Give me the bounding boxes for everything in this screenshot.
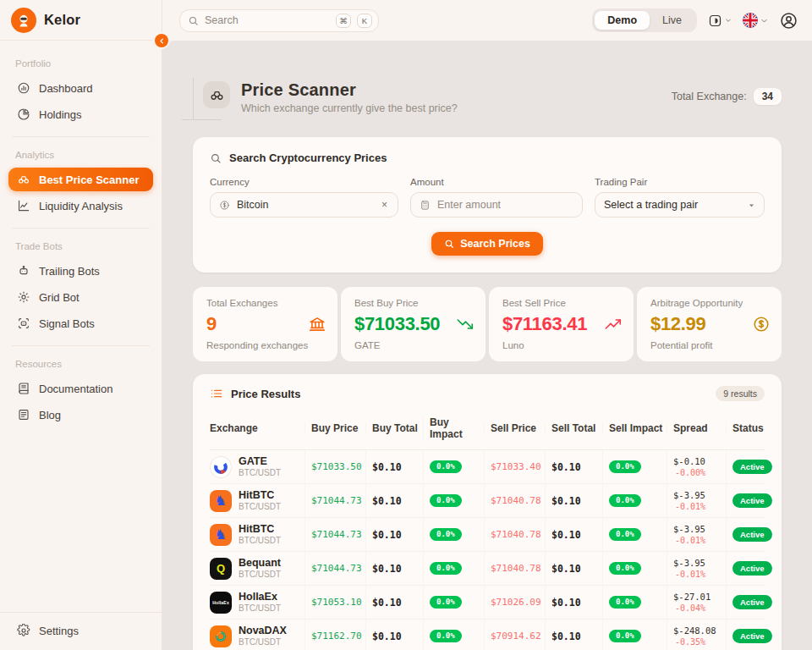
table-row[interactable]: ♞HitBTCBTC/USDT$71044.73$0.100.0%$71040.… xyxy=(210,518,765,552)
column-header-spread: Spread xyxy=(667,422,726,434)
sidebar-item-trailing-bots[interactable]: Trailing Bots xyxy=(8,259,153,283)
page-subtitle: Which exchange currently give the best p… xyxy=(241,102,458,114)
spread-cell: $-248.08-0.35% xyxy=(667,620,726,650)
global-search[interactable]: ⌘ K xyxy=(179,9,379,32)
sell-impact-cell: 0.0% xyxy=(602,552,667,585)
sidebar-section-label: Analytics xyxy=(15,150,146,160)
sidebar-item-label: Best Price Scanner xyxy=(39,174,140,186)
sidebar-item-signal-bots[interactable]: Signal Bots xyxy=(8,311,153,335)
theme-switcher-button[interactable] xyxy=(708,14,732,28)
stat-sublabel: Responding exchanges xyxy=(206,340,324,350)
exchange-logo: Q xyxy=(210,558,232,580)
sell-price-cell: $71033.40 xyxy=(484,450,545,483)
exchange-pair: BTC/USDT xyxy=(239,570,281,580)
buy-total-cell: $0.10 xyxy=(365,552,423,585)
buy-impact-badge: 0.0% xyxy=(430,460,462,473)
clear-icon[interactable]: × xyxy=(380,199,389,211)
sidebar-divider xyxy=(12,136,150,137)
blog-icon xyxy=(17,408,30,421)
sidebar-item-settings[interactable]: Settings xyxy=(0,612,162,650)
sidebar-collapse-button[interactable] xyxy=(155,34,168,47)
buy-impact-cell: 0.0% xyxy=(423,620,484,650)
exchange-pair: BTC/USDT xyxy=(239,468,281,478)
status-badge: Active xyxy=(732,629,772,643)
sell-impact-badge: 0.0% xyxy=(609,494,641,507)
buy-impact-cell: 0.0% xyxy=(423,484,484,517)
search-panel: Search Cryptocurrency Prices Currency × … xyxy=(193,137,782,273)
dollar-circle-icon xyxy=(752,315,771,333)
table-row[interactable]: GATEBTC/USDT$71033.50$0.100.0%$71033.40$… xyxy=(210,450,765,484)
exchange-cell: NovaDAXBTC/USDT xyxy=(210,620,304,650)
topbar-actions: Demo Live xyxy=(592,8,798,32)
currency-field[interactable]: × xyxy=(210,192,398,218)
status-cell: Active xyxy=(726,450,765,483)
sell-impact-badge: 0.0% xyxy=(609,562,641,575)
amount-icon xyxy=(420,200,431,211)
binoculars-icon xyxy=(203,81,230,108)
brand-logo-icon xyxy=(11,8,36,33)
cmd-key-badge: ⌘ xyxy=(336,14,351,28)
stat-card-best-buy-price: Best Buy Price$71033.50GATE xyxy=(341,287,486,361)
sell-total-cell: $0.10 xyxy=(545,450,602,483)
spread-pct: -0.01% xyxy=(675,536,705,545)
spread-pct: -0.01% xyxy=(675,570,705,579)
total-exchange-label: Total Exchange: xyxy=(672,91,747,102)
sidebar-section-label: Resources xyxy=(15,359,146,369)
exchange-cell: ♞HitBTCBTC/USDT xyxy=(210,518,304,551)
stat-label: Arbitrage Opportunity xyxy=(650,298,768,308)
trading-pair-value: Select a trading pair xyxy=(604,199,741,211)
trading-pair-select[interactable]: Select a trading pair xyxy=(595,192,765,218)
search-prices-button[interactable]: Search Prices xyxy=(431,232,543,256)
sidebar-nav: PortfolioDashboardHoldingsAnalyticsBest … xyxy=(0,41,162,427)
buy-total-cell: $0.10 xyxy=(365,586,423,619)
exchange-name: GATE xyxy=(239,455,281,468)
currency-label: Currency xyxy=(210,177,398,187)
trading-pair-label: Trading Pair xyxy=(595,177,765,187)
exchange-cell: QBequantBTC/USDT xyxy=(210,552,304,585)
sidebar-item-dashboard[interactable]: Dashboard xyxy=(8,76,153,100)
amount-input[interactable] xyxy=(437,199,573,211)
live-mode-button[interactable]: Live xyxy=(650,11,694,30)
dashboard-icon xyxy=(17,81,30,95)
sell-impact-cell: 0.0% xyxy=(602,518,667,551)
table-row[interactable]: QBequantBTC/USDT$71044.73$0.100.0%$71040… xyxy=(210,552,765,586)
sidebar-item-label: Dashboard xyxy=(39,82,93,95)
spread-pct: -0.01% xyxy=(675,502,705,511)
status-badge: Active xyxy=(732,493,772,508)
sidebar-item-blog[interactable]: Blog xyxy=(8,403,153,427)
total-exchange-badge: 34 xyxy=(754,88,782,105)
signal-bot-icon xyxy=(17,317,30,330)
column-header-exchange: Exchange xyxy=(210,422,304,434)
buy-impact-badge: 0.0% xyxy=(430,528,462,541)
currency-input[interactable] xyxy=(237,199,373,211)
mode-toggle: Demo Live xyxy=(592,8,697,32)
sidebar-item-documentation[interactable]: Documentation xyxy=(8,377,153,400)
buy-impact-badge: 0.0% xyxy=(430,494,462,507)
sidebar-item-grid-bot[interactable]: Grid Bot xyxy=(8,285,153,309)
demo-mode-button[interactable]: Demo xyxy=(595,11,650,30)
buy-impact-cell: 0.0% xyxy=(423,518,484,551)
column-header-buy-impact: Buy Impact xyxy=(423,416,484,440)
trend-up-icon xyxy=(604,315,623,333)
table-row[interactable]: ♞HitBTCBTC/USDT$71044.73$0.100.0%$71040.… xyxy=(210,484,765,518)
account-button[interactable] xyxy=(779,11,798,30)
exchange-cell: HollaExHollaExBTC/USDT xyxy=(210,586,304,619)
bank-icon xyxy=(308,315,326,333)
buy-total-cell: $0.10 xyxy=(365,518,423,551)
decor-line-horizontal xyxy=(182,119,222,120)
topbar: ⌘ K Demo Live xyxy=(162,0,812,41)
sell-price-cell: $71040.78 xyxy=(484,552,545,585)
language-selector-button[interactable] xyxy=(743,13,768,28)
sidebar-item-holdings[interactable]: Holdings xyxy=(8,102,153,126)
table-row[interactable]: NovaDAXBTC/USDT$71162.70$0.100.0%$70914.… xyxy=(210,620,765,650)
table-row[interactable]: HollaExHollaExBTC/USDT$71053.10$0.100.0%… xyxy=(210,586,765,620)
amount-field[interactable] xyxy=(410,192,583,218)
buy-impact-badge: 0.0% xyxy=(430,596,462,609)
search-input[interactable] xyxy=(205,14,330,26)
sidebar-item-liquidity-analysis[interactable]: Liquidity Analysis xyxy=(8,194,153,218)
binoculars-icon xyxy=(17,173,30,186)
sidebar-item-best-price-scanner[interactable]: Best Price Scanner xyxy=(8,168,153,191)
buy-impact-badge: 0.0% xyxy=(430,562,462,575)
price-results-panel: Price Results 9 results ExchangeBuy Pric… xyxy=(193,374,782,650)
spread-cell: $-0.10-0.00% xyxy=(667,450,726,483)
